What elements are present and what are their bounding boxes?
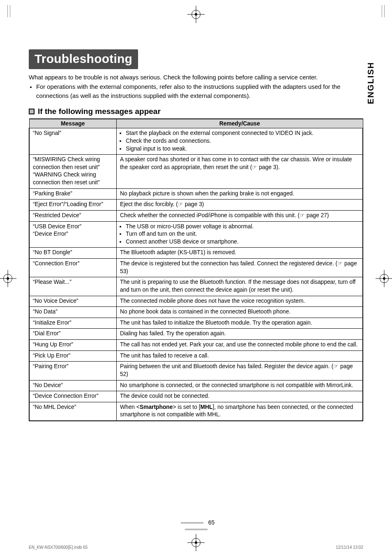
table-row: “No Voice Device”The connected mobile ph… [29,296,363,307]
remedy-cell: The device is registered but the connect… [117,259,363,277]
table-row: “Initialize Error”The unit has failed to… [29,318,363,329]
crop-mark-top-right [371,5,387,21]
table-row: “MISWIRING Check wiring connection then … [29,155,363,189]
intro-line: What appears to be trouble is not always… [29,74,318,81]
messages-table: Message Remedy/Cause “No Signal”Start th… [29,118,363,421]
remedy-list-item: Connect another USB device or smartphone… [126,238,359,246]
message-cell: “Please Wait...” [29,277,117,296]
message-cell: “Connection Error” [29,259,117,277]
table-row: “Dial Error”Dialing has failed. Try the … [29,329,363,340]
table-row: “Please Wait...”The unit is preparing to… [29,277,363,296]
registration-mark-top [191,10,201,19]
table-row: “No MHL Device”When <Smartphone> is set … [29,402,363,421]
message-cell: “Device Connection Error” [29,391,117,402]
remedy-cell: The unit is preparing to use the Bluetoo… [117,277,363,296]
remedy-cell: Check whether the connected iPod/iPhone … [117,210,363,221]
remedy-list-item: Signal input is too weak. [126,145,359,153]
message-cell: “No Voice Device” [29,296,117,307]
table-row: “Pairing Error”Pairing between the unit … [29,362,363,380]
remedy-cell: The Bluetooth adapter (KS-UBT1) is remov… [117,248,363,259]
page-number-text: 65 [208,519,215,526]
message-cell: “Dial Error” [29,329,117,340]
table-row: “Eject Error”/“Loading Error”Eject the d… [29,200,363,211]
table-row: “Restricted Device”Check whether the con… [29,210,363,221]
table-row: “Hung Up Error”The call has not ended ye… [29,340,363,351]
table-row: “No Device”No smartphone is connected, o… [29,380,363,391]
language-tab: ENGLISH [366,62,376,104]
remedy-list-item: The USB or micro-USB power voltage is ab… [126,223,359,231]
message-cell: “Initialize Error” [29,318,117,329]
crop-mark-top-left [5,5,21,21]
table-row: “Parking Brake”No playback picture is sh… [29,188,363,200]
remedy-cell: The unit has failed to receive a call. [117,350,363,362]
registration-mark-right [380,274,389,283]
section-heading: If the following messages appear [29,107,363,116]
message-cell: “No MHL Device” [29,402,117,421]
footer-filename: EN_KW-NSX700/600[E].indb 65 [29,545,88,550]
table-row: “Device Connection Error”The device coul… [29,391,363,402]
remedy-cell: Pairing between the unit and Bluetooth d… [117,362,363,380]
remedy-cell: When <Smartphone> is set to [MHL], no sm… [117,402,363,421]
message-cell: “No Device” [29,380,117,391]
table-row: “No BT Dongle”The Bluetooth adapter (KS-… [29,248,363,259]
remedy-list-item: Check the cords and connections. [126,137,359,145]
intro-text: What appears to be trouble is not always… [29,73,363,100]
remedy-cell: Eject the disc forcibly. (☞ page 3) [117,200,363,211]
remedy-cell: No playback picture is shown when the pa… [117,188,363,200]
message-cell: “MISWIRING Check wiring connection then … [29,155,117,189]
table-row: “No Data”No phone book data is contained… [29,307,363,318]
section-bullet-icon [29,109,35,114]
remedy-list-item: Start the playback on the external compo… [126,130,359,137]
table-header-message: Message [29,119,117,128]
message-cell: “No Data” [29,307,117,318]
remedy-cell: The connected mobile phone does not have… [117,296,363,307]
message-cell: “USB Device Error”“Device Error” [29,221,117,248]
remedy-list-item: Turn off and turn on the unit. [126,230,359,238]
remedy-cell: Dialing has failed. Try the operation ag… [117,329,363,340]
remedy-cell: No smartphone is connected, or the conne… [117,380,363,391]
intro-bullet: For operations with the external compone… [36,83,363,100]
section-heading-text: If the following messages appear [38,107,161,116]
page-title-bar: Troubleshooting [29,49,138,69]
message-cell: “Eject Error”/“Loading Error” [29,200,117,211]
remedy-cell: The USB or micro-USB power voltage is ab… [117,221,363,248]
message-cell: “Parking Brake” [29,188,117,200]
message-cell: “No Signal” [29,128,117,155]
footer-timestamp: 12/11/14 13:02 [336,545,363,550]
remedy-cell: No phone book data is contained in the c… [117,307,363,318]
table-row: “Connection Error”The device is register… [29,259,363,277]
page-number: 65 [163,519,229,532]
remedy-cell: The device could not be connected. [117,391,363,402]
message-cell: “No BT Dongle” [29,248,117,259]
remedy-cell: The call has not ended yet. Park your ca… [117,340,363,351]
table-row: “USB Device Error”“Device Error”The USB … [29,221,363,248]
page-title: Troubleshooting [35,52,132,66]
remedy-cell: The unit has failed to initialize the Bl… [117,318,363,329]
table-header-remedy: Remedy/Cause [117,119,363,128]
message-cell: “Hung Up Error” [29,340,117,351]
table-row: “No Signal”Start the playback on the ext… [29,128,363,155]
table-row: “Pick Up Error”The unit has failed to re… [29,350,363,362]
remedy-cell: Start the playback on the external compo… [117,128,363,155]
registration-mark-left [3,274,12,283]
message-cell: “Pairing Error” [29,362,117,380]
remedy-cell: A speaker cord has shorted or it has com… [117,155,363,189]
message-cell: “Pick Up Error” [29,350,117,362]
message-cell: “Restricted Device” [29,210,117,221]
registration-mark-bottom [191,538,201,547]
